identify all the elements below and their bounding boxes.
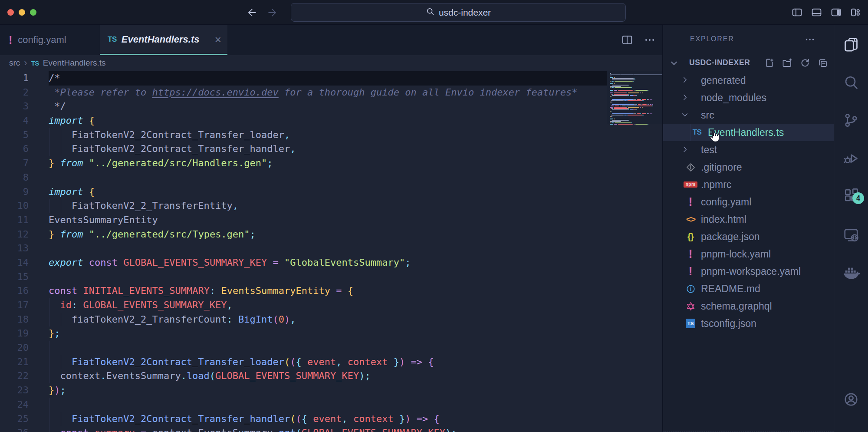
line-number[interactable]: 22 <box>0 369 29 383</box>
activity-source-control-button[interactable] <box>842 112 860 129</box>
line-number[interactable]: 9 <box>0 185 29 199</box>
refresh-button[interactable] <box>800 58 810 70</box>
more-actions-button[interactable] <box>644 34 655 47</box>
line-number[interactable]: 25 <box>0 412 29 426</box>
line-number[interactable]: 18 <box>0 313 29 327</box>
tree-file-gitignore[interactable]: .gitignore <box>663 158 834 176</box>
close-tab-icon[interactable]: × <box>215 34 221 45</box>
line-number[interactable]: 21 <box>0 355 29 369</box>
tree-file-readme-md[interactable]: README.md <box>663 280 834 297</box>
code-line[interactable]: 12} from "../generated/src/Types.gen"; <box>0 228 607 242</box>
line-number[interactable]: 14 <box>0 256 29 270</box>
line-number[interactable]: 26 <box>0 426 29 432</box>
code-line[interactable]: 23}); <box>0 383 607 398</box>
line-number[interactable]: 16 <box>0 284 29 298</box>
code-line[interactable]: 5FiatTokenV2_2Contract_Transfer_loader, <box>0 128 607 142</box>
code-line[interactable]: 1/* <box>0 71 607 86</box>
tree-file-pnpm-lock-yaml[interactable]: !pnpm-lock.yaml <box>663 245 834 263</box>
line-number[interactable]: 17 <box>0 298 29 313</box>
tree-file-schema-graphql[interactable]: schema.graphql <box>663 297 834 315</box>
line-number[interactable]: 20 <box>0 341 29 355</box>
code-line[interactable]: 17id: GLOBAL_EVENTS_SUMMARY_KEY, <box>0 298 607 313</box>
tree-file-tsconfig-json[interactable]: TStsconfig.json <box>663 315 834 332</box>
minimap[interactable] <box>607 71 662 124</box>
line-number[interactable]: 8 <box>0 171 29 185</box>
line-number[interactable]: 15 <box>0 270 29 284</box>
code-editor[interactable]: 1/*2*Please refer to https://docs.envio.… <box>0 71 662 432</box>
line-number[interactable]: 4 <box>0 114 29 128</box>
line-number[interactable]: 3 <box>0 99 29 114</box>
code-line[interactable]: 16const INITIAL_EVENTS_SUMMARY: EventsSu… <box>0 284 607 298</box>
code-line[interactable]: 2*Please refer to https://docs.envio.dev… <box>0 86 607 100</box>
code-line[interactable]: 13 <box>0 241 607 256</box>
activity-account-button[interactable] <box>842 391 860 408</box>
tab-eventhandlers-ts[interactable]: TS EventHandlers.ts × <box>100 25 227 55</box>
code-line[interactable]: 20 <box>0 341 607 355</box>
activity-docker-button[interactable] <box>842 264 860 281</box>
back-button[interactable] <box>246 7 257 20</box>
activity-run-debug-button[interactable] <box>842 150 860 167</box>
new-file-button[interactable] <box>764 58 775 70</box>
tree-folder-test[interactable]: test <box>663 141 834 158</box>
code-line[interactable]: 6FiatTokenV2_2Contract_Transfer_handler, <box>0 142 607 156</box>
tree-file-package-json[interactable]: {}package.json <box>663 228 834 245</box>
code-line[interactable]: 10FiatTokenV2_2_TransferEntity, <box>0 199 607 213</box>
tree-folder-generated[interactable]: generated <box>663 72 834 89</box>
collapse-all-button[interactable] <box>818 58 828 70</box>
line-number[interactable]: 7 <box>0 156 29 171</box>
code-line[interactable]: 14export const GLOBAL_EVENTS_SUMMARY_KEY… <box>0 256 607 270</box>
tree-folder-src[interactable]: src <box>663 106 834 124</box>
toggle-secondary-sidebar-button[interactable] <box>831 7 842 20</box>
breadcrumb-folder[interactable]: src <box>9 58 20 68</box>
code-line[interactable]: 21FiatTokenV2_2Contract_Transfer_loader(… <box>0 355 607 369</box>
new-folder-button[interactable] <box>782 58 792 70</box>
toggle-sidebar-button[interactable] <box>792 7 802 20</box>
breadcrumb-file[interactable]: EventHandlers.ts <box>43 58 106 68</box>
activity-extensions-button[interactable]: 4 <box>842 187 860 204</box>
forward-button[interactable] <box>267 7 279 20</box>
explorer-more-actions-button[interactable] <box>805 34 815 46</box>
code-line[interactable]: 4import { <box>0 114 607 128</box>
line-number[interactable]: 11 <box>0 213 29 228</box>
line-number[interactable]: 19 <box>0 326 29 341</box>
line-number[interactable]: 6 <box>0 142 29 156</box>
code-line[interactable]: 8 <box>0 171 607 185</box>
tree-file-npmrc[interactable]: npm.npmrc <box>663 176 834 193</box>
split-editor-button[interactable] <box>621 34 633 47</box>
toggle-panel-button[interactable] <box>811 7 822 20</box>
code-line[interactable]: 3*/ <box>0 99 607 114</box>
line-number[interactable]: 5 <box>0 128 29 142</box>
code-line[interactable]: 11EventsSummaryEntity <box>0 213 607 228</box>
activity-search-button[interactable] <box>842 74 860 91</box>
line-number[interactable]: 12 <box>0 228 29 242</box>
tree-file-pnpm-workspace-yaml[interactable]: !pnpm-workspace.yaml <box>663 263 834 280</box>
code-line[interactable]: 15 <box>0 270 607 284</box>
code-line[interactable]: 7} from "../generated/src/Handlers.gen"; <box>0 156 607 171</box>
maximize-window-button[interactable] <box>30 9 36 16</box>
tree-file-config-yaml[interactable]: !config.yaml <box>663 193 834 211</box>
line-number[interactable]: 13 <box>0 241 29 256</box>
code-line[interactable]: 19}; <box>0 326 607 341</box>
line-number[interactable]: 2 <box>0 86 29 100</box>
line-number[interactable]: 10 <box>0 199 29 213</box>
activity-remote-explorer-button[interactable] <box>842 226 860 244</box>
code-line[interactable]: 24 <box>0 398 607 412</box>
code-line[interactable]: 25FiatTokenV2_2Contract_Transfer_handler… <box>0 412 607 426</box>
line-number[interactable]: 23 <box>0 383 29 398</box>
line-number[interactable]: 24 <box>0 398 29 412</box>
tab-config-yaml[interactable]: ! config.yaml <box>3 25 82 55</box>
code-line[interactable]: 26const summary = context.EventsSummary.… <box>0 426 607 432</box>
activity-explorer-button[interactable] <box>842 36 860 53</box>
close-window-button[interactable] <box>7 9 14 16</box>
tree-file-eventhandlers-ts[interactable]: TSEventHandlers.ts <box>663 124 834 141</box>
line-number[interactable]: 1 <box>0 71 29 86</box>
command-center-search[interactable]: usdc-indexer <box>291 3 626 22</box>
tree-folder-node-modules[interactable]: node_modules <box>663 89 834 106</box>
customize-layout-button[interactable] <box>850 7 861 20</box>
code-line[interactable]: 22context.EventsSummary.load(GLOBAL_EVEN… <box>0 369 607 383</box>
minimize-window-button[interactable] <box>19 9 25 16</box>
project-root-row[interactable]: USDC-INDEXER <box>663 55 834 72</box>
tree-file-index-html[interactable]: <>index.html <box>663 211 834 228</box>
code-line[interactable]: 18fiatTokenV2_2_TransferCount: BigInt(0)… <box>0 313 607 327</box>
code-line[interactable]: 9import { <box>0 185 607 199</box>
